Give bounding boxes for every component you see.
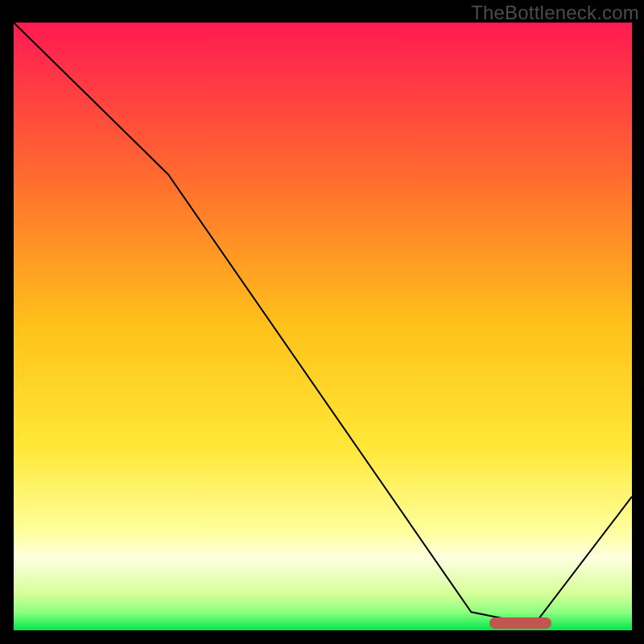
watermark-text: TheBottleneck.com bbox=[471, 2, 639, 24]
axes-frame bbox=[12, 23, 632, 632]
bottleneck-chart: TheBottleneck.com bbox=[0, 0, 644, 644]
